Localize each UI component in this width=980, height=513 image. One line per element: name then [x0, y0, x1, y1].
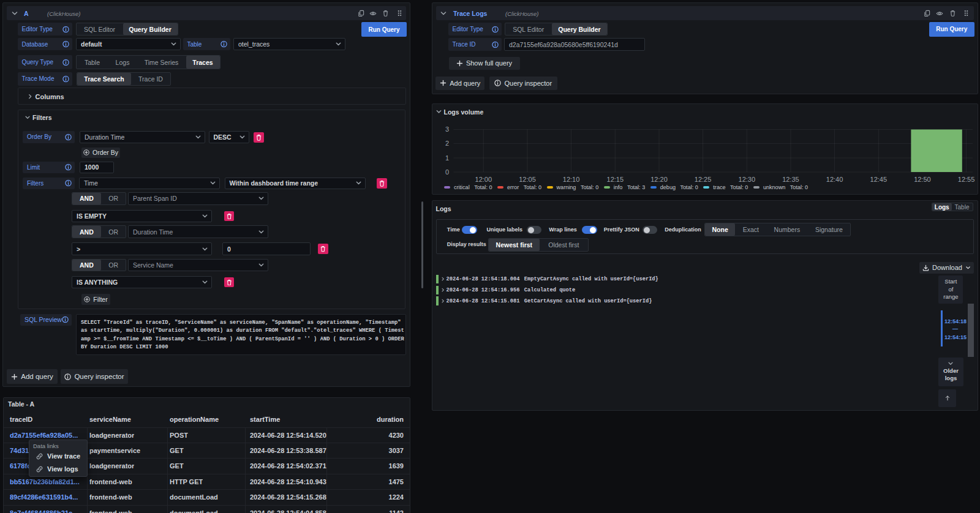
svg-text:12:05: 12:05	[519, 176, 536, 183]
svg-text:12:40: 12:40	[826, 176, 843, 183]
svg-text:12:00: 12:00	[475, 176, 492, 183]
svg-text:12:45: 12:45	[870, 176, 888, 183]
svg-text:12:25: 12:25	[695, 176, 712, 183]
svg-text:0: 0	[445, 168, 449, 176]
svg-text:12:50: 12:50	[914, 176, 931, 183]
svg-text:12:35: 12:35	[782, 176, 799, 183]
svg-text:1: 1	[445, 154, 449, 162]
svg-text:12:55: 12:55	[958, 176, 975, 183]
svg-text:12:30: 12:30	[739, 176, 756, 183]
svg-text:3: 3	[445, 125, 449, 133]
svg-text:12:10: 12:10	[563, 176, 580, 183]
svg-text:12:15: 12:15	[607, 176, 624, 183]
svg-text:2: 2	[445, 140, 449, 147]
svg-text:12:20: 12:20	[650, 176, 668, 183]
